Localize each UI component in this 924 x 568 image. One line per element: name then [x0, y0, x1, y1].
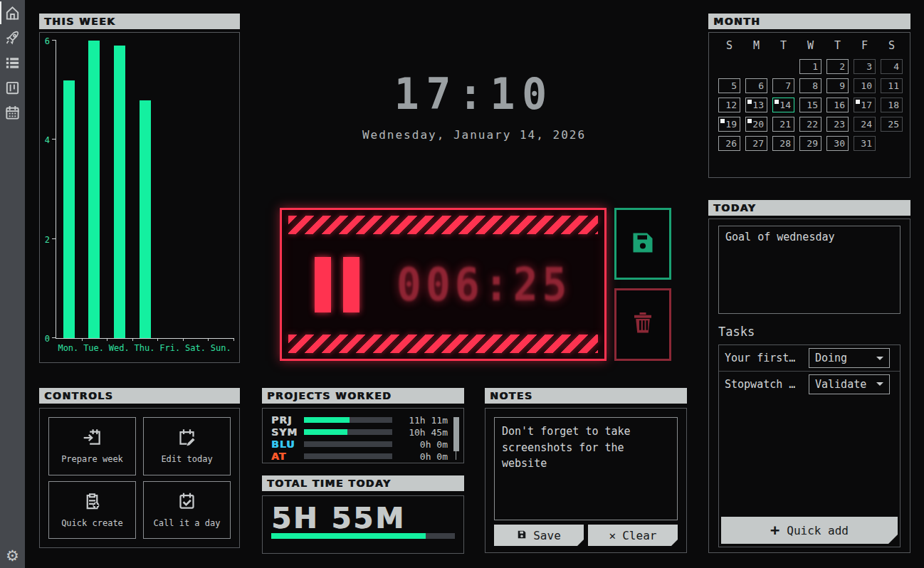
today-panel: Goal of wednesday Tasks Your first…Doing…	[708, 219, 910, 553]
quick-add-button[interactable]: + Quick add	[721, 517, 898, 544]
project-progressbar	[304, 441, 392, 447]
calendar-day-24[interactable]: 24	[854, 117, 876, 132]
calendar-day-5[interactable]: 5	[718, 78, 740, 93]
x-tick	[183, 338, 184, 341]
y-tick-label: 0	[45, 334, 50, 344]
calendar-day-22[interactable]: 22	[799, 117, 821, 132]
control-button-label: Quick create	[61, 518, 123, 528]
call-it-a-day-button[interactable]: Call it a day	[143, 481, 231, 540]
calendar-day-26[interactable]: 26	[718, 136, 740, 151]
total-time-panel: 5H 55M	[262, 495, 464, 554]
calendar-check-icon	[177, 492, 196, 511]
x-tick	[157, 338, 158, 341]
project-code: AT	[271, 451, 304, 462]
task-status-select[interactable]: Doing	[809, 348, 890, 368]
calendar-grid: 1234567891011121314151617181920212223242…	[718, 59, 903, 151]
project-progressbar	[304, 417, 392, 423]
project-row-sym: SYM10h 45m	[271, 427, 448, 437]
calendar-day-4[interactable]: 4	[881, 59, 903, 74]
notes-header: NOTES	[485, 388, 687, 404]
task-status-select[interactable]: Validate	[809, 374, 890, 394]
week-bar-chart: 0246 Mon.Tue.Wed.Thu.Fri.Sat.Sun.	[40, 33, 239, 362]
weekday-letter: M	[745, 39, 767, 52]
day-number: 3	[866, 61, 872, 72]
calendar-day-13[interactable]: 13	[745, 98, 767, 112]
calendar-day-19[interactable]: 19	[718, 117, 740, 132]
calendar-day-23[interactable]: 23	[826, 117, 849, 132]
sidebar: ⚙	[0, 0, 25, 568]
clock-time: 17:10	[278, 68, 671, 119]
calendar-day-10[interactable]: 10	[854, 78, 876, 93]
task-rows: Your first…DoingStopwatch …Validate	[719, 345, 900, 396]
calendar-day-16[interactable]: 16	[826, 98, 849, 112]
entry-dot	[775, 100, 779, 104]
calendar-day-30[interactable]: 30	[826, 136, 849, 151]
bar-Mon	[63, 80, 75, 338]
calendar-day-3[interactable]: 3	[854, 59, 876, 74]
day-number: 5	[731, 80, 737, 91]
controls-grid: Prepare weekEdit todayQuick createCall i…	[40, 409, 239, 547]
project-progressbar	[304, 429, 392, 435]
calendar-day-15[interactable]: 15	[799, 98, 821, 112]
project-row-at: AT0h 0m	[271, 451, 448, 461]
calendar-day-31[interactable]: 31	[854, 136, 876, 151]
stopwatch-delete-button[interactable]	[614, 288, 671, 361]
project-time: 11h 11m	[402, 415, 448, 426]
clock: 17:10 Wednesday, January 14, 2026	[278, 70, 671, 142]
notes-textarea[interactable]: Don't forget to take screenshots for the…	[494, 417, 678, 520]
week-chart-plot: 0246	[56, 41, 233, 339]
day-number: 6	[758, 80, 764, 91]
quick-create-button[interactable]: Quick create	[48, 481, 136, 540]
sidebar-item-rocket[interactable]	[0, 29, 25, 46]
sidebar-item-list[interactable]	[0, 54, 25, 71]
calendar-day-18[interactable]: 18	[881, 98, 903, 112]
task-row: Stopwatch …Validate	[719, 371, 900, 396]
x-tick	[82, 338, 83, 341]
total-time-progress-fill	[271, 533, 426, 539]
edit-today-button[interactable]: Edit today	[143, 417, 231, 475]
notes-clear-button[interactable]: ✕ Clear	[588, 525, 678, 546]
tasks-box: Your first…DoingStopwatch …Validate + Qu…	[718, 345, 901, 547]
sidebar-nav	[0, 4, 25, 121]
calendar-day-20[interactable]: 20	[745, 117, 767, 132]
calendar-day-7[interactable]: 7	[772, 78, 794, 93]
day-number: 25	[888, 119, 899, 130]
y-tick	[52, 337, 56, 338]
stopwatch-save-button[interactable]	[614, 208, 671, 280]
projects-scrollbar[interactable]	[453, 417, 459, 451]
day-number: 21	[779, 119, 791, 130]
calendar-day-28[interactable]: 28	[772, 136, 794, 151]
sidebar-item-calendar[interactable]	[0, 104, 25, 121]
calendar-day-14[interactable]: 14	[772, 98, 794, 112]
calendar-day-2[interactable]: 2	[826, 59, 849, 74]
plus-icon: +	[770, 522, 779, 538]
settings-gear-icon[interactable]: ⚙	[6, 549, 19, 564]
calendar-day-21[interactable]: 21	[772, 117, 794, 132]
day-number: 28	[779, 138, 791, 149]
trash-icon	[630, 310, 656, 339]
weekday-letter: T	[772, 39, 794, 52]
y-tick-label: 4	[45, 135, 50, 145]
sidebar-item-home[interactable]	[0, 4, 25, 21]
calendar-day-17[interactable]: 17	[854, 98, 876, 112]
calendar-day-11[interactable]: 11	[881, 78, 903, 93]
calendar-day-25[interactable]: 25	[881, 117, 903, 132]
calendar-day-6[interactable]: 6	[745, 78, 767, 93]
calendar-day-8[interactable]: 8	[799, 78, 821, 93]
calendar-day-29[interactable]: 29	[799, 136, 821, 151]
x-tick-label: Sat.	[183, 343, 209, 353]
kanban-icon	[4, 80, 21, 96]
hazard-stripes-bottom	[288, 335, 598, 353]
day-number: 1	[812, 61, 818, 72]
calendar-day-9[interactable]: 9	[826, 78, 849, 93]
x-tick-label: Tue.	[81, 343, 107, 353]
calendar-day-27[interactable]: 27	[745, 136, 767, 151]
day-number: 4	[893, 61, 899, 72]
sidebar-item-kanban[interactable]	[0, 79, 25, 96]
goal-textarea[interactable]: Goal of wednesday	[718, 226, 901, 314]
calendar-day-1[interactable]: 1	[799, 59, 821, 74]
calendar-day-12[interactable]: 12	[718, 98, 740, 112]
x-icon: ✕	[609, 529, 616, 542]
notes-save-button[interactable]: Save	[494, 525, 584, 546]
prepare-week-button[interactable]: Prepare week	[48, 417, 136, 475]
